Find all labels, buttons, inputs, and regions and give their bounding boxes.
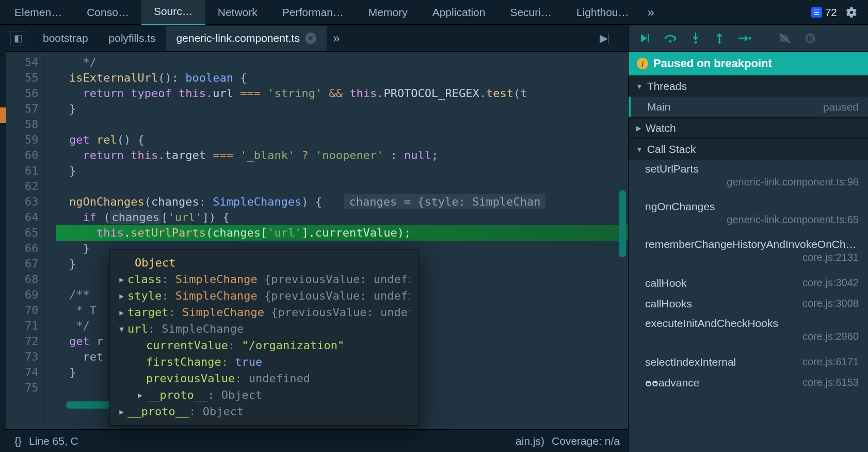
section-callstack[interactable]: ▼ Call Stack: [629, 138, 868, 160]
tab-application[interactable]: Application: [420, 0, 498, 25]
callstack-item[interactable]: callHookcore.js:3042: [629, 273, 868, 293]
chevron-down-icon: ▼: [636, 82, 643, 90]
file-tab-label: generic-link.component.ts: [176, 32, 300, 44]
cursor-position: Line 65, C: [29, 435, 78, 447]
line-numbers: 5455565758596061626364656667686970717273…: [6, 52, 47, 429]
issues-count[interactable]: ☰ 72: [811, 6, 837, 19]
step-over-icon[interactable]: [664, 33, 677, 44]
step-into-icon[interactable]: [690, 32, 701, 44]
svg-rect-7: [811, 36, 812, 41]
debug-panel: i Paused on breakpoint ▼ Threads Main pa…: [628, 25, 868, 452]
callstack-item[interactable]: ngOnChangesgeneric-link.component.ts:65: [629, 197, 868, 235]
pretty-print-icon[interactable]: {}: [14, 435, 22, 447]
coverage-info: Coverage: n/a: [552, 435, 620, 447]
thread-row[interactable]: Main paused: [629, 97, 868, 117]
thread-status: paused: [823, 101, 859, 113]
paused-banner: i Paused on breakpoint: [629, 52, 868, 75]
navigator-toggle-icon[interactable]: ◧: [10, 31, 26, 45]
tooltip-header: Object: [118, 255, 410, 271]
paused-text: Paused on breakpoint: [653, 57, 772, 70]
issues-icon: ☰: [811, 7, 822, 18]
left-gutter: [0, 25, 6, 452]
gear-icon[interactable]: [845, 6, 858, 19]
callstack-item[interactable]: rememberChangeHistoryAndInvokeOnCh…core.…: [629, 235, 868, 273]
chevron-down-icon: ▼: [636, 145, 643, 153]
tab-security[interactable]: Securi…: [497, 0, 564, 25]
callstack-item[interactable]: executeInitAndCheckHookscore.js:2960: [629, 314, 868, 352]
debug-toolbar: [629, 25, 868, 52]
close-icon[interactable]: ✕: [305, 33, 316, 44]
more-files-icon[interactable]: »: [327, 31, 346, 45]
section-watch[interactable]: ▶ Watch: [629, 117, 868, 138]
section-label: Watch: [646, 122, 676, 134]
callstack-item[interactable]: setUrlPartsgeneric-link.component.ts:96: [629, 160, 868, 197]
sourcemap-info: ain.js): [516, 435, 544, 447]
scrollbar-horizontal[interactable]: [66, 401, 112, 409]
scrollbar-vertical[interactable]: [619, 190, 626, 257]
more-tabs-icon[interactable]: »: [641, 5, 661, 20]
resume-icon[interactable]: [638, 32, 650, 44]
svg-point-5: [805, 33, 815, 43]
chevron-right-icon: ▶: [636, 124, 641, 132]
svg-point-3: [718, 41, 721, 43]
svg-rect-0: [648, 34, 649, 42]
debugger-toggle-icon[interactable]: ▶⎸: [600, 32, 624, 44]
info-icon: i: [637, 58, 648, 69]
tab-console[interactable]: Conso…: [74, 0, 141, 25]
tab-elements[interactable]: Elemen…: [2, 0, 74, 25]
tab-memory[interactable]: Memory: [356, 0, 420, 25]
callstack-list: setUrlPartsgeneric-link.component.ts:96n…: [629, 160, 868, 452]
status-bar: {} Line 65, C ain.js) Coverage: n/a: [6, 429, 628, 452]
deactivate-breakpoints-icon[interactable]: [779, 33, 791, 44]
svg-point-4: [749, 37, 751, 39]
thread-name: Main: [647, 101, 671, 113]
file-tab-bootstrap[interactable]: bootstrap: [33, 26, 99, 51]
svg-point-2: [695, 41, 697, 43]
issues-number: 72: [825, 6, 837, 19]
file-tab-generic-link[interactable]: generic-link.component.ts ✕: [166, 26, 327, 51]
tab-performance[interactable]: Performan…: [270, 0, 356, 25]
section-label: Threads: [647, 80, 687, 92]
devtools-tabs: Elemen… Conso… Sourc… Network Performan……: [0, 0, 868, 25]
step-out-icon[interactable]: [714, 32, 725, 44]
tab-lighthouse[interactable]: Lighthou…: [564, 0, 641, 25]
sources-panel: ◧ bootstrap polyfills.ts generic-link.co…: [6, 25, 628, 452]
pause-exceptions-icon[interactable]: [805, 33, 816, 44]
section-threads[interactable]: ▼ Threads: [629, 75, 868, 97]
svg-rect-6: [808, 36, 810, 41]
tab-network[interactable]: Network: [205, 0, 270, 25]
callstack-item[interactable]: ɵɵadvancecore.js:6153: [629, 372, 868, 393]
svg-point-1: [669, 40, 672, 42]
callstack-item[interactable]: callHookscore.js:3008: [629, 293, 868, 314]
tab-sources[interactable]: Sourc…: [141, 0, 205, 25]
file-tabs: ◧ bootstrap polyfills.ts generic-link.co…: [6, 25, 628, 52]
callstack-item[interactable]: selectIndexInternalcore.js:6171: [629, 352, 868, 372]
file-tab-polyfills[interactable]: polyfills.ts: [99, 26, 166, 51]
step-icon[interactable]: [738, 33, 751, 43]
section-label: Call Stack: [647, 143, 696, 155]
hover-tooltip: Object ▸class: SimpleChange {previousVal…: [109, 249, 419, 426]
